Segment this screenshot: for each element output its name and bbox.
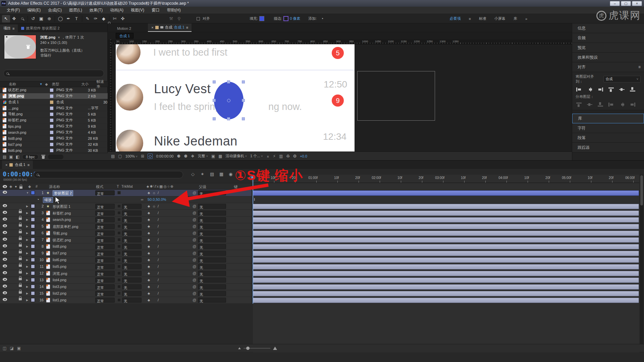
layer-lock-icon[interactable] <box>19 285 22 287</box>
new-composition-icon[interactable]: ◧ <box>16 155 19 159</box>
layer-blend-mode-select[interactable]: 正常˅ <box>95 224 115 229</box>
label-color-swatch[interactable] <box>50 125 53 128</box>
layer-visibility-icon[interactable] <box>3 298 7 301</box>
parent-pickwhip-icon[interactable]: @ <box>193 238 196 242</box>
target-region-icon[interactable]: ▣ <box>211 154 215 159</box>
column-tag-icon[interactable]: ◆ <box>43 82 51 86</box>
layer-quality-icon[interactable]: ♣ <box>148 211 150 215</box>
project-row[interactable]: list6.pngPNG 文件30 KB <box>0 147 108 153</box>
project-row[interactable]: list8.pngPNG 文件28 KB <box>0 135 108 141</box>
label-color-cell[interactable] <box>49 137 56 140</box>
sidebar-panel-库[interactable]: 库 <box>572 114 644 123</box>
zoom-out-icon[interactable] <box>238 347 241 349</box>
layer-expand-arrow[interactable]: ▶ <box>26 292 28 295</box>
column-parent[interactable]: 父级 <box>199 184 206 189</box>
roto-brush-tool[interactable]: ✄ <box>111 15 119 22</box>
timeline-layer-row[interactable]: ▶13list4.png正常˅无˅♣/@无˅ <box>0 277 252 284</box>
clone-stamp-tool[interactable]: ✑ <box>92 15 100 22</box>
selection-handle[interactable] <box>213 99 216 102</box>
project-bit-depth[interactable]: 8 bpc <box>22 154 39 160</box>
layer-effects-icon[interactable]: / <box>158 278 159 282</box>
label-color-swatch[interactable] <box>50 113 53 116</box>
sidebar-panel-信息[interactable]: 信息 <box>572 23 644 33</box>
label-color-swatch[interactable] <box>50 137 53 140</box>
distribute-top-icon[interactable] <box>576 103 582 107</box>
align-bottom-icon[interactable] <box>630 87 635 92</box>
layer-effects-icon[interactable]: / <box>158 218 159 222</box>
layer-expand-arrow[interactable]: ▶ <box>26 238 28 241</box>
show-snapshot-icon[interactable]: ⚉ <box>184 154 187 159</box>
label-color-swatch[interactable] <box>50 107 53 110</box>
timeline-layer-row[interactable]: ▶10list6.png正常˅无˅♣/@无˅ <box>0 257 252 263</box>
label-color-swatch[interactable] <box>50 95 53 98</box>
layer-blend-mode-select[interactable]: 正常˅ <box>95 291 115 296</box>
label-color-swatch[interactable] <box>50 149 53 152</box>
layer-duration-bar[interactable] <box>253 210 639 216</box>
layer-expand-arrow[interactable]: ▶ <box>26 225 28 228</box>
viewer-canvas[interactable]: 5010015020025030035040045050055060065070… <box>108 40 572 152</box>
parent-pickwhip-icon[interactable]: @ <box>193 271 196 275</box>
transparency-grid-icon[interactable]: ▩ <box>218 154 222 159</box>
layer-visibility-icon[interactable] <box>3 211 7 214</box>
column-mode[interactable]: 模式 <box>96 184 103 189</box>
timeline-zoom-slider[interactable] <box>244 348 270 349</box>
layer-visibility-icon[interactable] <box>3 224 7 227</box>
layer-parent-select[interactable]: 无˅ <box>198 257 226 262</box>
layer-name[interactable]: 底部菜单栏.png <box>53 224 78 229</box>
label-color-cell[interactable] <box>49 88 56 92</box>
fast-preview-icon[interactable]: ⚡ <box>273 154 276 159</box>
stopwatch-icon[interactable]: ◔ <box>37 197 39 201</box>
layer-trkmat-select[interactable]: 无˅ <box>122 264 142 269</box>
project-trash-icon[interactable] <box>41 155 45 159</box>
layer-expand-arrow[interactable]: ▶ <box>26 299 28 302</box>
layer-lock-icon[interactable] <box>19 251 22 253</box>
layer-duration-bar[interactable] <box>253 224 639 229</box>
layer-expand-arrow[interactable]: ▶ <box>26 212 28 215</box>
layer-parent-select[interactable]: 无˅ <box>198 271 226 276</box>
restore-button[interactable]: ▢ <box>621 1 631 6</box>
workspace-overflow-chevron[interactable]: » <box>525 17 527 21</box>
layer-name[interactable]: list7.png <box>53 251 66 255</box>
anchor-point-icon[interactable] <box>227 99 230 102</box>
viewer-current-time[interactable]: 0:00:00:00 <box>156 154 173 158</box>
selection-handle[interactable] <box>242 117 245 120</box>
layer-trkmat-select[interactable]: 无˅ <box>122 244 142 249</box>
label-color-cell[interactable] <box>49 149 56 152</box>
sidebar-panel-跟踪器[interactable]: 跟踪器 <box>572 143 644 153</box>
layer-quality-icon[interactable]: ♣ <box>148 258 150 262</box>
layer-trkmat-select[interactable]: 无˅ <box>122 298 142 303</box>
zoom-in-icon[interactable] <box>273 347 277 350</box>
layer-trkmat-select[interactable]: 无˅ <box>122 204 142 209</box>
layer-blend-mode-select[interactable]: 正常˅ <box>95 251 115 256</box>
tab-composition[interactable]: × 合成 合成 1 ≡ <box>148 23 192 32</box>
layer-color-swatch[interactable] <box>31 271 35 275</box>
layer-lock-icon[interactable] <box>19 271 22 274</box>
layer-name[interactable]: 标签栏.png <box>53 211 71 216</box>
active-camera-select[interactable]: 活动摄像机˅ <box>226 154 247 159</box>
playhead-line[interactable] <box>253 175 253 304</box>
layer-effects-icon[interactable]: / <box>158 211 159 215</box>
menu-item[interactable]: 文件(F) <box>3 7 23 14</box>
rotate-tool[interactable]: ↺ <box>29 15 37 22</box>
layer-visibility-icon[interactable] <box>3 204 7 207</box>
layer-quality-icon[interactable]: ♣ <box>148 264 150 268</box>
label-color-cell[interactable] <box>49 125 56 128</box>
timeline-search-input[interactable] <box>34 171 183 178</box>
menu-item[interactable]: 动画(A) <box>107 7 127 14</box>
layer-effects-icon[interactable]: / <box>158 204 159 208</box>
layer-trkmat-select[interactable]: 无˅ <box>122 284 142 289</box>
layer-trkmat-select[interactable]: 无˅ <box>122 251 142 256</box>
layer-duration-bar[interactable] <box>253 278 639 283</box>
layer-trkmat-select[interactable]: 无˅ <box>122 257 142 262</box>
region-of-interest-icon[interactable]: ⊞ <box>141 154 144 159</box>
pixel-aspect-icon[interactable]: ⌅ <box>266 154 270 159</box>
parent-pickwhip-icon[interactable]: @ <box>193 191 196 195</box>
layer-quality-icon[interactable]: ♣ <box>148 251 150 255</box>
property-name[interactable]: 缩放 <box>43 197 53 203</box>
layer-expand-arrow[interactable]: ▶ <box>26 258 28 261</box>
layer-name[interactable]: list8.png <box>53 244 66 248</box>
timeline-layer-row[interactable]: ▶2★形状图层 1正常˅无˅♣☼/@无˅ <box>0 203 252 210</box>
pen-tool[interactable]: ✒ <box>64 15 72 22</box>
layer-lock-icon[interactable] <box>19 244 22 247</box>
zoom-slider-knob[interactable] <box>246 347 250 350</box>
